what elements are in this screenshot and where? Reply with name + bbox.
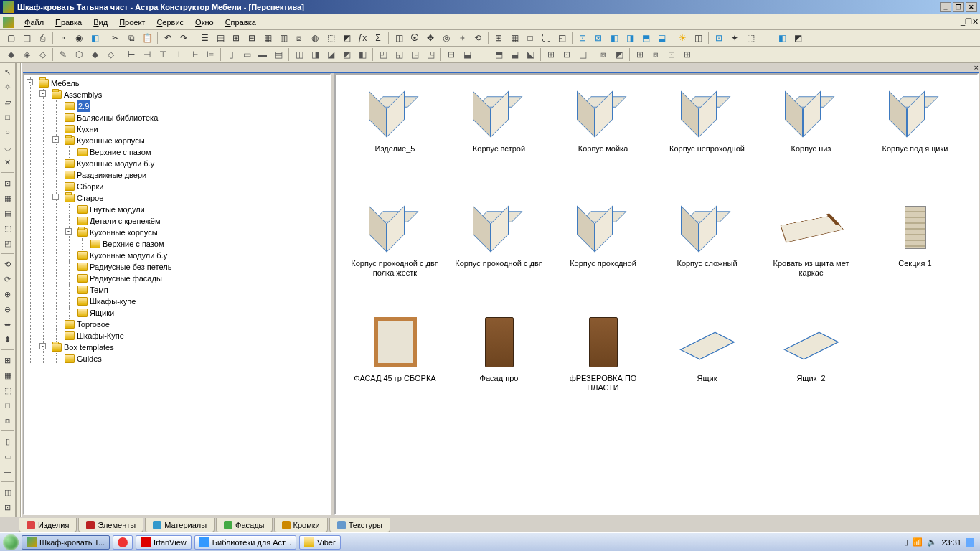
toolbar-button[interactable]: ⊠	[590, 31, 606, 45]
side-tool-button[interactable]: □	[1, 110, 15, 124]
toolbar-button[interactable]: ◨	[307, 47, 323, 62]
tree-item[interactable]: Верхние с пазом	[77, 146, 329, 158]
toolbar-button[interactable]: ◆	[3, 47, 19, 62]
tree-item[interactable]: Ящики	[77, 307, 329, 319]
toolbar-button[interactable]: ▦	[507, 31, 522, 45]
taskbar-item[interactable]: Библиотеки для Аст...	[194, 535, 296, 550]
toolbar-button[interactable]: ◍	[307, 31, 323, 45]
side-tool-button[interactable]: ⟳	[1, 272, 15, 286]
toolbar-button[interactable]: ⚬	[55, 31, 71, 45]
toolbar-button[interactable]: ◎	[438, 31, 454, 45]
toolbar-button[interactable]: ⊞	[632, 47, 648, 62]
taskbar-item[interactable]: Viber	[299, 535, 340, 550]
library-thumb[interactable]: Фасад про	[447, 311, 551, 419]
mdi-restore-button[interactable]: ❐	[965, 17, 972, 27]
side-tool-button[interactable]: ▯	[1, 434, 15, 448]
side-tool-button[interactable]: ○	[1, 125, 15, 139]
library-thumb[interactable]: Секция 1	[863, 197, 967, 304]
side-tool-button[interactable]: ▦	[1, 368, 15, 382]
toolbar-button[interactable]: ⬕	[522, 47, 538, 62]
tab-Изделия[interactable]: Изделия	[19, 518, 77, 532]
toolbar-button[interactable]: ⊞	[491, 31, 507, 45]
toolbar-button[interactable]: ⊟	[443, 47, 459, 62]
toolbar-button[interactable]: ▥	[275, 31, 291, 45]
panel-close-icon[interactable]: ×	[974, 63, 979, 72]
tree-item[interactable]: Детали с крепежём	[77, 215, 329, 227]
library-thumb[interactable]: Корпус проходной с двп	[447, 197, 551, 304]
start-button[interactable]	[3, 534, 19, 550]
toolbar-button[interactable]: ✦	[727, 31, 743, 45]
toolbar-button[interactable]: 📋	[139, 31, 155, 45]
toolbar-button[interactable]: ◧	[87, 31, 103, 45]
library-thumb[interactable]: фРЕЗЕРОВКА ПО ПЛАСТИ	[551, 311, 655, 419]
toolbar-button[interactable]: ▯	[223, 47, 239, 62]
side-tool-button[interactable]: ↖	[1, 65, 15, 79]
tray-clock[interactable]: 23:31	[941, 538, 961, 547]
library-thumb[interactable]: ФАСАД 45 гр СБОРКА	[343, 311, 447, 419]
side-tool-button[interactable]: ⊞	[1, 353, 15, 367]
toolbar-button[interactable]: ⬡	[71, 47, 87, 62]
toolbar-button[interactable]: ⊥	[171, 47, 187, 62]
toolbar-button[interactable]: ⊩	[187, 47, 202, 62]
side-tool-button[interactable]: ⬚	[1, 383, 15, 397]
toolbar-button[interactable]: ▦	[260, 31, 275, 45]
tab-Элементы[interactable]: Элементы	[78, 518, 143, 532]
side-tool-button[interactable]: ⧈	[1, 413, 15, 428]
toolbar-button[interactable]: ▭	[239, 47, 255, 62]
side-tool-button[interactable]: ⬌	[1, 317, 15, 331]
tree-item[interactable]: Старое	[65, 192, 329, 204]
toolbar-button[interactable]: ✎	[55, 47, 71, 62]
tree-item[interactable]: Box templates	[52, 342, 329, 353]
tree-item[interactable]: Кухонные модули б.у	[77, 250, 329, 261]
library-thumb[interactable]: Корпус под ящики	[863, 82, 967, 189]
toolbar-button[interactable]: ⦿	[407, 31, 423, 45]
tree-expand-icon[interactable]: -	[52, 194, 59, 200]
tree-expand-icon[interactable]: -	[52, 136, 59, 143]
toolbar-button[interactable]: ⊟	[244, 31, 260, 45]
toolbar-button[interactable]: ⬒	[638, 31, 654, 45]
toolbar-button[interactable]: ⊡	[664, 47, 679, 62]
toolbar-button[interactable]: ⊢	[123, 47, 139, 62]
tree-item[interactable]: Кухонные корпусы	[65, 135, 329, 146]
toolbar-button[interactable]: ▢	[3, 31, 19, 45]
tray-network-icon[interactable]: 📶	[913, 537, 923, 547]
tree-item[interactable]: Раздвижные двери	[65, 169, 329, 181]
tray-icon[interactable]: ▯	[904, 537, 908, 547]
toolbar-button[interactable]: ▬	[255, 47, 270, 62]
tree-item[interactable]: Сборки	[65, 181, 329, 192]
toolbar-button[interactable]: ⊞	[679, 47, 695, 62]
library-thumb[interactable]: Корпус сложный	[655, 197, 759, 304]
toolbar-button[interactable]: ⬓	[507, 47, 522, 62]
toolbar-button[interactable]: ↷	[176, 31, 192, 45]
side-tool-button[interactable]: ◰	[1, 236, 15, 250]
toolbar-button[interactable]: ⧉	[123, 31, 139, 45]
side-tool-button[interactable]: ◡	[1, 140, 15, 154]
toolbar-button[interactable]: ▤	[270, 47, 286, 62]
toolbar-button[interactable]: ⬒	[491, 47, 507, 62]
toolbar-button[interactable]: ⟲	[470, 31, 486, 45]
side-tool-button[interactable]: ⊖	[1, 302, 15, 316]
tree-expand-icon[interactable]: -	[39, 343, 46, 349]
menu-edit[interactable]: Правка	[50, 17, 88, 28]
toolbar-button[interactable]	[758, 31, 774, 45]
tree-item[interactable]: Шкафы-купе	[77, 296, 329, 307]
library-thumb[interactable]: Корпус низ	[759, 82, 863, 189]
toolbar-button[interactable]: ▤	[212, 31, 228, 45]
toolbar-button[interactable]: ⊡	[575, 31, 590, 45]
toolbar-button[interactable]: ☀	[674, 31, 690, 45]
tree-item[interactable]: Шкафы-Купе	[65, 330, 329, 342]
toolbar-button[interactable]: ⊫	[202, 47, 218, 62]
menu-view[interactable]: Вид	[88, 17, 113, 28]
toolbar-button[interactable]: ◈	[19, 47, 34, 62]
toolbar-button[interactable]: ◉	[71, 31, 87, 45]
side-tool-button[interactable]: ⟲	[1, 257, 15, 271]
tab-Фасады[interactable]: Фасады	[216, 518, 272, 532]
tab-Кромки[interactable]: Кромки	[274, 518, 328, 532]
menu-project[interactable]: Проект	[113, 17, 151, 28]
toolbar-button[interactable]: ↶	[160, 31, 176, 45]
toolbar-button[interactable]: ◫	[391, 31, 407, 45]
side-tool-button[interactable]: ▭	[1, 449, 15, 463]
tab-Материалы[interactable]: Материалы	[145, 518, 215, 532]
taskbar-item[interactable]: Шкаф-кровать Т...	[22, 535, 110, 550]
taskbar-item[interactable]: IrfanView	[136, 535, 192, 550]
